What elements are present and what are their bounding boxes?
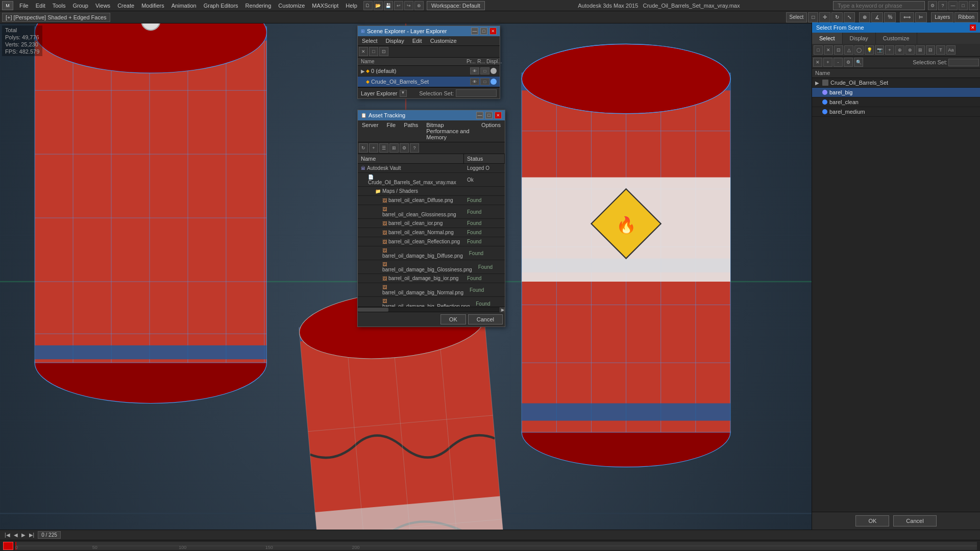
layer-default-render-btn[interactable]: □ xyxy=(480,67,489,74)
sfs-tab-customize[interactable]: Customize xyxy=(876,33,917,44)
maximize-icon[interactable]: □ xyxy=(959,1,968,10)
sfs-sel-set-input[interactable] xyxy=(948,59,979,66)
at-list-btn[interactable]: ☰ xyxy=(379,143,388,153)
menu-file[interactable]: File xyxy=(16,2,32,10)
sfs-collapse-btn[interactable]: - xyxy=(834,58,843,67)
sfs-none-btn[interactable]: ✕ xyxy=(824,45,833,55)
at-row-map-8[interactable]: 🖼barrel_oil_damage_big_Normal.pngFound xyxy=(358,283,505,297)
sfs-case-btn[interactable]: Aa xyxy=(946,45,955,55)
close-icon[interactable]: ✕ xyxy=(969,1,978,10)
le-invert-btn[interactable]: ⊡ xyxy=(379,47,388,56)
play-btn[interactable]: |◀ ◀ ▶ ▶| xyxy=(3,532,36,538)
at-row-map-2[interactable]: 🖼barrel_oil_clean_ior.pngFound xyxy=(358,219,505,228)
at-row-map-1[interactable]: 🖼barrel_oil_clean_Glossiness.pngFound xyxy=(358,205,505,219)
layer-crude-vis-btn[interactable]: 👁 xyxy=(470,78,479,85)
new-icon[interactable]: 🗋 xyxy=(363,1,373,10)
sfs-space-btn[interactable]: ⊕ xyxy=(895,45,904,55)
timeline-playhead[interactable] xyxy=(3,542,13,550)
at-settings-btn[interactable]: ⚙ xyxy=(400,143,409,153)
at-row-map-4[interactable]: 🖼barrel_oil_clean_Reflection.pngFound xyxy=(358,237,505,246)
at-row-map-5[interactable]: 🖼barrel_oil_damage_big_Diffuse.pngFound xyxy=(358,246,505,260)
at-close-btn[interactable]: ✕ xyxy=(495,112,502,119)
at-expand-btn[interactable]: + xyxy=(369,143,378,153)
at-menu-paths[interactable]: Paths xyxy=(400,120,422,142)
save-icon[interactable]: 💾 xyxy=(384,1,393,10)
snap-btn[interactable]: ⊕ xyxy=(859,12,870,22)
menu-group[interactable]: Group xyxy=(69,2,91,10)
at-menu-file[interactable]: File xyxy=(382,120,400,142)
scale-btn[interactable]: ⤡ xyxy=(844,12,855,22)
at-scroll-right-btn[interactable]: ▶ xyxy=(500,307,505,312)
sfs-shape-btn[interactable]: ◯ xyxy=(854,45,864,55)
at-row-map-0[interactable]: 🖼barrel_oil_clean_Diffuse.pngFound xyxy=(358,196,505,205)
play-fwd-btn[interactable]: ▶ xyxy=(20,532,27,538)
at-scrollbar[interactable]: ▶ xyxy=(358,307,505,312)
sfs-close-btn[interactable]: ✕ xyxy=(970,24,976,31)
skip-end-btn[interactable]: ▶| xyxy=(28,532,36,538)
sfs-all2-btn[interactable]: ⊞ xyxy=(916,45,925,55)
at-minimize-btn[interactable]: — xyxy=(476,112,483,119)
prev-frame-btn[interactable]: ◀ xyxy=(12,532,19,538)
at-row-map-9[interactable]: 🖼barrel_oil_damage_big_Reflection.pngFou… xyxy=(358,297,505,307)
rotate-btn[interactable]: ↻ xyxy=(831,12,843,22)
le-clear-btn[interactable]: ✕ xyxy=(359,47,368,56)
layer-explorer-minimize[interactable]: — xyxy=(471,28,478,35)
layer-explorer-maximize[interactable]: □ xyxy=(480,28,487,35)
ribbon-btn[interactable]: Ribbon xyxy=(954,12,978,22)
at-ok-btn[interactable]: OK xyxy=(440,314,466,324)
sfs-clear-btn[interactable]: ✕ xyxy=(813,58,822,67)
workspace-selector[interactable]: Workspace: Default xyxy=(427,1,485,10)
sfs-ok-btn[interactable]: OK xyxy=(855,515,889,527)
menu-help[interactable]: Help xyxy=(342,2,360,10)
percent-snap-btn[interactable]: % xyxy=(884,12,896,22)
sfs-item-barel-medium[interactable]: barel_medium xyxy=(812,107,980,117)
settings-icon[interactable]: ⚙ xyxy=(928,1,937,10)
at-grid-btn[interactable]: ⊞ xyxy=(389,143,399,153)
timeline-track[interactable]: 0 50 100 150 200 xyxy=(15,542,977,550)
undo-icon[interactable]: ↩ xyxy=(394,1,403,10)
timeline[interactable]: 0 50 100 150 200 xyxy=(0,540,980,551)
at-row-maxfile[interactable]: 📄Crude_Oil_Barrels_Set_max_vray.max Ok xyxy=(358,173,505,187)
sfs-light-btn[interactable]: 💡 xyxy=(865,45,874,55)
menu-modifiers[interactable]: Modifiers xyxy=(138,2,167,10)
layer-explorer-close[interactable]: ✕ xyxy=(489,28,497,35)
menu-customize[interactable]: Customize xyxy=(275,2,308,10)
sfs-tab-display[interactable]: Display xyxy=(843,33,876,44)
sfs-bone-btn[interactable]: ⊗ xyxy=(905,45,915,55)
at-row-maps-folder[interactable]: 📁Maps / Shaders xyxy=(358,187,505,196)
layer-row-default[interactable]: ▶ ◆ 0 (default) 👁 □ xyxy=(358,66,500,77)
sfs-all-btn[interactable]: □ xyxy=(814,45,823,55)
sfs-helper-btn[interactable]: + xyxy=(885,45,894,55)
sfs-item-barel-big[interactable]: barel_big xyxy=(812,88,980,97)
sfs-root-item[interactable]: ▶ Crude_Oil_Barrels_Set xyxy=(812,78,980,88)
sfs-cam-btn[interactable]: 📷 xyxy=(875,45,884,55)
select-btn[interactable]: Select xyxy=(786,12,807,22)
sfs-expand-btn[interactable]: + xyxy=(823,58,832,67)
le-menu-display[interactable]: Display xyxy=(382,36,408,45)
at-help-btn[interactable]: ? xyxy=(410,143,419,153)
at-menu-bitmap[interactable]: Bitmap Performance and Memory xyxy=(422,120,477,142)
menu-views[interactable]: Views xyxy=(92,2,113,10)
help-icon[interactable]: ? xyxy=(938,1,947,10)
redo-icon[interactable]: ↪ xyxy=(404,1,413,10)
sfs-cancel-btn[interactable]: Cancel xyxy=(893,515,936,527)
menu-maxscript[interactable]: MAXScript xyxy=(309,2,341,10)
le-menu-select[interactable]: Select xyxy=(358,36,382,45)
at-scrollbar-thumb[interactable] xyxy=(358,308,388,312)
menu-rendering[interactable]: Rendering xyxy=(242,2,275,10)
le-menu-edit[interactable]: Edit xyxy=(408,36,426,45)
angle-snap-btn[interactable]: ∡ xyxy=(871,12,883,22)
sfs-item-barel-clean[interactable]: barel_clean xyxy=(812,97,980,107)
frame-counter[interactable]: 0 / 225 xyxy=(38,531,61,539)
at-row-map-6[interactable]: 🖼barrel_oil_damage_big_Glossiness.pngFou… xyxy=(358,260,505,274)
menu-tools[interactable]: Tools xyxy=(50,2,69,10)
at-row-map-7[interactable]: 🖼barrel_oil_damage_big_ior.pngFound xyxy=(358,274,505,283)
layer-row-crude-oil[interactable]: ◆ Crude_Oil_Barrels_Set 👁 □ xyxy=(358,77,500,87)
sfs-tab-select[interactable]: Select xyxy=(812,33,843,44)
at-maximize-btn[interactable]: □ xyxy=(485,112,493,119)
menu-graph-editors[interactable]: Graph Editors xyxy=(201,2,241,10)
le-select-all-btn[interactable]: □ xyxy=(369,47,378,56)
le-options-btn[interactable]: ▼ xyxy=(400,90,407,97)
sfs-settings-btn[interactable]: ⚙ xyxy=(844,58,853,67)
menu-create[interactable]: Create xyxy=(114,2,137,10)
